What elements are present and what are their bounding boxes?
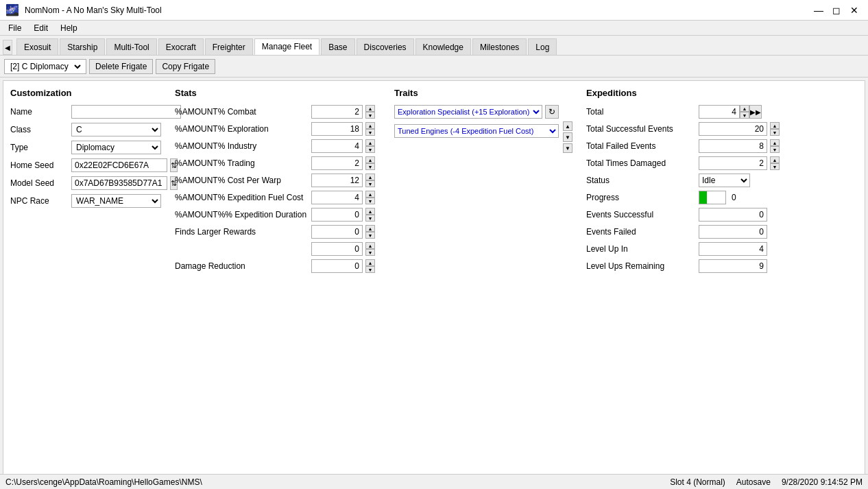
- trait1-combo[interactable]: Exploration Specialist (+15 Exploration): [394, 105, 542, 119]
- trait2-combo[interactable]: Tuned Engines (-4 Expedition Fuel Cost): [394, 124, 559, 138]
- total-spin-down[interactable]: ▼: [740, 112, 749, 119]
- stat-input-5[interactable]: [311, 191, 363, 204]
- events-successful-label: Events Successful: [586, 210, 696, 219]
- tab-starship[interactable]: Starship: [60, 38, 105, 55]
- events-failed-input[interactable]: [699, 225, 767, 239]
- level-ups-remaining-input[interactable]: [699, 259, 767, 273]
- menu-file[interactable]: File: [3, 22, 27, 34]
- stat-spin-down-1[interactable]: ▼: [365, 129, 375, 136]
- stat-label-3: %AMOUNT% Trading: [175, 158, 309, 168]
- expeditions-title: Expeditions: [586, 88, 780, 98]
- stat-spin-down-9[interactable]: ▼: [365, 266, 375, 273]
- total-input[interactable]: [699, 105, 740, 119]
- model-seed-input[interactable]: [71, 176, 167, 190]
- fail-events-spin-down[interactable]: ▼: [770, 146, 780, 153]
- stat-spin-up-2[interactable]: ▲: [365, 139, 375, 146]
- menu-edit[interactable]: Edit: [28, 22, 53, 34]
- stat-input-7[interactable]: [311, 225, 363, 239]
- stat-spin-up-5[interactable]: ▲: [365, 191, 375, 198]
- progress-bar-fill: [699, 191, 707, 204]
- failed-events-label: Total Failed Events: [586, 141, 696, 151]
- stat-spin-down-5[interactable]: ▼: [365, 198, 375, 204]
- stat-spin-down-7[interactable]: ▼: [365, 232, 375, 239]
- suc-events-spin-down[interactable]: ▼: [770, 129, 780, 136]
- stat-spin-up-8[interactable]: ▲: [365, 242, 375, 249]
- delete-frigate-button[interactable]: Delete Frigate: [89, 59, 153, 74]
- level-up-in-input[interactable]: [699, 242, 767, 256]
- stat-input-2[interactable]: [311, 139, 363, 153]
- stat-input-3[interactable]: [311, 156, 363, 170]
- tab-base[interactable]: Base: [321, 38, 354, 55]
- class-select[interactable]: C B A S: [71, 123, 161, 136]
- suc-events-spin-up[interactable]: ▲: [770, 122, 780, 129]
- npc-race-label: NPC Race: [10, 196, 69, 206]
- stat-spin-up-4[interactable]: ▲: [365, 174, 375, 180]
- stat-spin-down-0[interactable]: ▼: [365, 112, 375, 119]
- trait-scroll-down-button[interactable]: ▼: [563, 143, 572, 153]
- trait-scroll-mid-button[interactable]: ▼: [563, 132, 572, 142]
- stat-input-4[interactable]: [311, 174, 363, 187]
- stat-input-0[interactable]: [311, 105, 363, 119]
- type-select[interactable]: Diplomacy Combat Exploration Industrial …: [71, 141, 161, 154]
- trait1-refresh-button[interactable]: ↻: [545, 105, 559, 119]
- name-input[interactable]: [71, 105, 181, 119]
- name-row: Name: [10, 105, 161, 119]
- stat-spin-up-6[interactable]: ▲: [365, 208, 375, 215]
- successful-events-input[interactable]: [699, 122, 767, 136]
- total-spin-up[interactable]: ▲: [740, 105, 749, 112]
- type-row: Type Diplomacy Combat Exploration Indust…: [10, 141, 161, 154]
- frigate-select[interactable]: [2] C Diplomacy: [8, 61, 83, 72]
- frigate-select-combo[interactable]: [2] C Diplomacy: [4, 59, 86, 74]
- failed-events-input[interactable]: [699, 139, 767, 153]
- status-select[interactable]: Idle Active Returning: [699, 174, 750, 187]
- stat-input-1[interactable]: [311, 122, 363, 136]
- stat-spin-down-2[interactable]: ▼: [365, 146, 375, 153]
- stat-spin-2: ▲ ▼: [365, 139, 375, 153]
- stat-input-9[interactable]: [311, 259, 363, 273]
- menu-help[interactable]: Help: [55, 22, 83, 34]
- tab-multitool[interactable]: Multi-Tool: [106, 38, 156, 55]
- tab-discoveries[interactable]: Discoveries: [357, 38, 414, 55]
- tab-milestones[interactable]: Milestones: [472, 38, 527, 55]
- tab-knowledge[interactable]: Knowledge: [415, 38, 471, 55]
- close-button[interactable]: ✕: [846, 3, 863, 17]
- successful-events-row: Total Successful Events ▲ ▼: [586, 122, 780, 136]
- fail-events-spin-up[interactable]: ▲: [770, 139, 780, 146]
- stat-input-6[interactable]: [311, 208, 363, 222]
- stat-input-8[interactable]: [311, 242, 363, 256]
- tab-freighter[interactable]: Freighter: [205, 38, 253, 55]
- total-skip-end-button[interactable]: ▶▶: [749, 105, 762, 119]
- stat-spin-up-0[interactable]: ▲: [365, 105, 375, 112]
- stat-spin-down-4[interactable]: ▼: [365, 180, 375, 187]
- tab-exocraft[interactable]: Exocraft: [158, 38, 204, 55]
- stat-spin-up-7[interactable]: ▲: [365, 225, 375, 232]
- copy-frigate-button[interactable]: Copy Frigate: [156, 59, 215, 74]
- trait1-select[interactable]: Exploration Specialist (+15 Exploration): [395, 107, 542, 117]
- times-damaged-input[interactable]: [699, 156, 767, 170]
- tab-nav-left[interactable]: ◀: [3, 40, 12, 55]
- tab-manage-fleet[interactable]: Manage Fleet: [254, 38, 320, 55]
- tab-log[interactable]: Log: [528, 38, 557, 55]
- level-up-in-label: Level Up In: [586, 244, 696, 254]
- stat-spin-up-9[interactable]: ▲: [365, 259, 375, 266]
- stat-spin-up-3[interactable]: ▲: [365, 156, 375, 163]
- events-successful-input[interactable]: [699, 208, 767, 222]
- stat-spin-up-1[interactable]: ▲: [365, 122, 375, 129]
- model-seed-label: Model Seed: [10, 178, 69, 188]
- stat-label-4: %AMOUNT% Cost Per Warp: [175, 176, 309, 185]
- maximize-button[interactable]: ◻: [828, 3, 845, 17]
- stat-spin-down-6[interactable]: ▼: [365, 215, 375, 222]
- home-seed-input[interactable]: [71, 158, 167, 172]
- damaged-spin-up[interactable]: ▲: [770, 156, 780, 163]
- stat-row-5: %AMOUNT% Expedition Fuel Cost ▲ ▼: [175, 191, 381, 204]
- status-row: Status Idle Active Returning: [586, 174, 780, 187]
- minimize-button[interactable]: —: [810, 3, 827, 17]
- stat-spin-down-3[interactable]: ▼: [365, 163, 375, 170]
- trait-scroll-up-button[interactable]: ▲: [563, 121, 572, 131]
- trait2-select[interactable]: Tuned Engines (-4 Expedition Fuel Cost): [395, 126, 558, 136]
- damaged-spin-down[interactable]: ▼: [770, 163, 780, 170]
- tab-exosuit[interactable]: Exosuit: [16, 38, 58, 55]
- content-area: Customization Name Class C B A S Type Di…: [3, 80, 865, 487]
- stat-spin-down-8[interactable]: ▼: [365, 249, 375, 256]
- npc-race-select[interactable]: WAR_NAME GEKS_NAME KORVAX_NAME VY_KEEN_N…: [71, 194, 161, 208]
